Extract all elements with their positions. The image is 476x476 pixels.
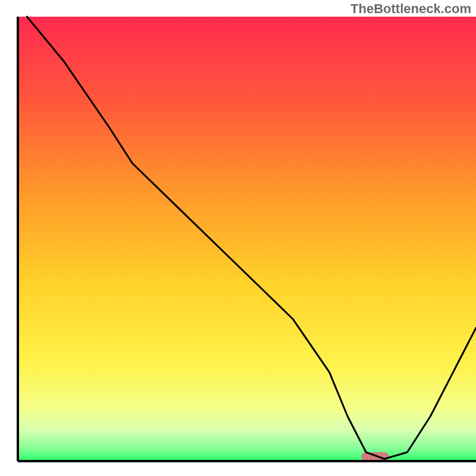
gradient-background bbox=[18, 17, 476, 461]
optimal-marker bbox=[362, 452, 389, 461]
chart-container: TheBottleneck.com bbox=[0, 0, 476, 476]
chart-svg bbox=[0, 0, 476, 476]
watermark-text: TheBottleneck.com bbox=[350, 1, 471, 17]
